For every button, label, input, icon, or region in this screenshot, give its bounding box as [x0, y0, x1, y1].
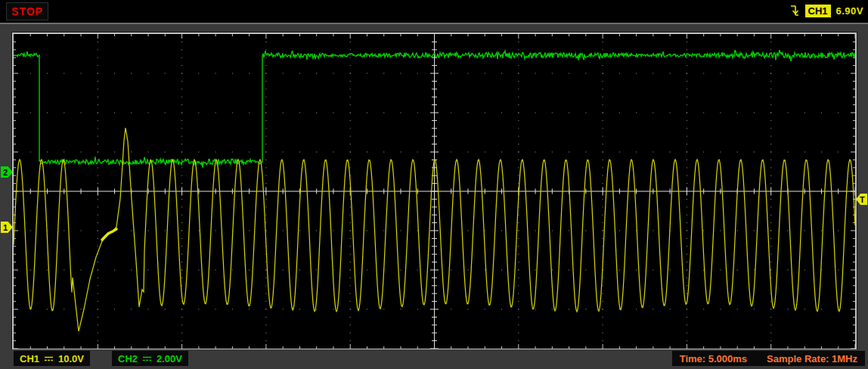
- ch1-settings-box[interactable]: CH1 10.0V: [14, 351, 90, 366]
- run-state-label: STOP: [11, 5, 43, 17]
- waveform-display: [12, 33, 857, 350]
- ch2-zero-marker[interactable]: 2: [1, 166, 13, 178]
- ch2-zero-marker-label: 2: [3, 168, 8, 177]
- trigger-level-marker[interactable]: T: [856, 194, 867, 205]
- trigger-source-badge: CH1: [805, 5, 831, 17]
- acquisition-state-box[interactable]: STOP: [6, 2, 48, 20]
- ch1-zero-marker-label: 1: [3, 223, 8, 232]
- ch1-zero-marker[interactable]: 1: [1, 222, 13, 233]
- top-status-bar: STOP CH1 6.90V: [0, 0, 868, 24]
- dc-coupling-icon: [142, 355, 152, 362]
- ch1-scale-value: 10.0V: [58, 353, 84, 364]
- trigger-level-marker-label: T: [860, 195, 865, 204]
- bottom-status-bar: CH1 10.0V CH2 2.00V Time: 5.000ms Sample…: [0, 349, 868, 369]
- ch1-label: CH1: [20, 353, 39, 364]
- oscilloscope-app: { "top_bar": { "run_state": "STOP", "tri…: [0, 0, 868, 369]
- graticule-and-traces: [14, 34, 855, 349]
- ch2-scale-value: 2.00V: [157, 353, 182, 364]
- trigger-info[interactable]: CH1 6.90V: [789, 2, 864, 19]
- dc-coupling-icon: [44, 355, 54, 362]
- timebase-value: Time: 5.000ms: [680, 353, 747, 364]
- falling-edge-trigger-icon: [789, 4, 800, 17]
- ch2-settings-box[interactable]: CH2 2.00V: [112, 351, 188, 366]
- ch2-label: CH2: [118, 353, 138, 364]
- timebase-info-box: Time: 5.000ms Sample Rate: 1MHz: [672, 351, 865, 366]
- trigger-level-value: 6.90V: [836, 5, 863, 17]
- sample-rate-value: Sample Rate: 1MHz: [767, 353, 857, 364]
